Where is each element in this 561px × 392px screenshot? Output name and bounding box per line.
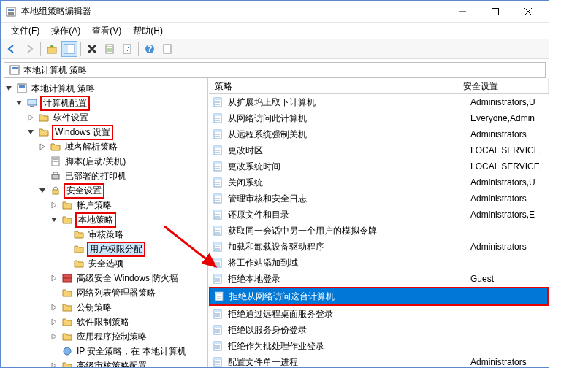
titlebar[interactable]: 本地组策略编辑器 (1, 1, 549, 23)
list-row[interactable]: 拒绝作为批处理作业登录 (209, 338, 549, 354)
list-row[interactable]: 拒绝通过远程桌面服务登录 (209, 306, 549, 322)
policy-item-icon (212, 273, 224, 285)
list-row[interactable]: 从扩展坞上取下计算机Administrators,U (209, 94, 549, 110)
tree-label: 用户权限分配 (87, 242, 145, 257)
toolbar-separator (40, 42, 41, 56)
tree-account-policy[interactable]: 帐户策略 (2, 198, 206, 212)
up-button[interactable] (44, 41, 60, 57)
list-row[interactable]: 还原文件和目录Administrators,E (209, 207, 549, 223)
list-row[interactable]: 获取同一会话中另一个用户的模拟令牌 (209, 223, 549, 239)
col-policy[interactable]: 策略 (209, 78, 457, 93)
svg-rect-89 (214, 310, 221, 312)
policy-name: 管理审核和安全日志 (228, 193, 470, 205)
tree-pane[interactable]: 本地计算机 策略 计算机配置 软件设置 Windows 设置 (1, 78, 208, 367)
app-icon (5, 6, 17, 18)
expand-icon[interactable] (4, 85, 14, 92)
policy-security: Administrators,E (470, 210, 549, 220)
help-button[interactable]: ? (142, 41, 158, 57)
show-tree-button[interactable] (61, 41, 77, 57)
tree-scripts[interactable]: 脚本(启动/关机) (2, 154, 206, 169)
folder-icon (61, 316, 73, 328)
svg-rect-28 (53, 172, 58, 174)
tree-printers[interactable]: 已部署的打印机 (2, 169, 206, 183)
tree-software-settings[interactable]: 软件设置 (2, 110, 206, 125)
expand-icon[interactable] (49, 216, 59, 223)
list-row[interactable]: 拒绝本地登录Guest (209, 271, 549, 287)
forward-button[interactable] (21, 41, 37, 57)
tree-firewall[interactable]: 高级安全 Windows 防火墙 (2, 271, 206, 285)
menu-help[interactable]: 帮助(H) (127, 23, 169, 39)
close-button[interactable] (511, 1, 544, 22)
tree-local-policy[interactable]: 本地策略 (2, 212, 206, 227)
expand-icon[interactable] (26, 114, 36, 121)
gpedit-window: 本地组策略编辑器 文件(F) 操作(A) 查看(V) 帮助(H) ? 本地计算机… (0, 0, 549, 368)
tree-computer-config[interactable]: 计算机配置 (2, 96, 206, 110)
list-header: 策略 安全设置 (209, 78, 549, 94)
tree-adv-audit[interactable]: 高级审核策略配置 (2, 358, 206, 367)
expand-icon[interactable] (49, 274, 59, 282)
svg-rect-93 (214, 326, 221, 328)
list-row[interactable]: 拒绝以服务身份登录 (209, 322, 549, 338)
svg-rect-22 (28, 99, 37, 105)
folder-icon (38, 112, 50, 123)
tree-ipsec[interactable]: IP 安全策略，在 本地计算机 (2, 344, 206, 358)
policy-name: 还原文件和目录 (228, 209, 470, 221)
expand-icon[interactable] (37, 187, 47, 194)
svg-rect-65 (214, 210, 221, 212)
menu-view[interactable]: 查看(V) (86, 23, 127, 39)
tree-label: 网络列表管理器策略 (75, 286, 157, 300)
tree-pubkey[interactable]: 公钥策略 (2, 300, 206, 315)
policy-item-icon (212, 193, 224, 204)
svg-rect-49 (214, 146, 221, 148)
expand-icon[interactable] (49, 304, 59, 311)
minimize-button[interactable] (446, 1, 478, 22)
properties-button[interactable] (102, 41, 118, 57)
maximize-button[interactable] (478, 1, 511, 22)
list-row[interactable]: 更改系统时间LOCAL SERVICE, (209, 158, 549, 174)
list-row[interactable]: 关闭系统Administrators,U (209, 174, 549, 191)
expand-icon[interactable] (37, 143, 47, 150)
list-row[interactable]: 从远程系统强制关机Administrators (209, 126, 549, 142)
expand-icon[interactable] (49, 318, 59, 326)
window-controls (446, 1, 544, 22)
tree-dns-policy[interactable]: 域名解析策略 (2, 139, 206, 154)
export-button[interactable] (119, 41, 135, 57)
menu-action[interactable]: 操作(A) (45, 23, 86, 39)
tree-network-list[interactable]: 网络列表管理器策略 (2, 285, 206, 300)
list-row[interactable]: 配置文件单一进程Administrators (209, 354, 549, 367)
list-row[interactable]: 将工作站添加到域 (209, 255, 549, 271)
tree-appcontrol[interactable]: 应用程序控制策略 (2, 329, 206, 344)
tree-label: 本地策略 (75, 212, 116, 228)
list-body[interactable]: 从扩展坞上取下计算机Administrators,U从网络访问此计算机Every… (209, 94, 549, 367)
list-row[interactable]: 管理审核和安全日志Administrators (209, 191, 549, 207)
delete-button[interactable] (84, 41, 100, 57)
policy-name: 关闭系统 (228, 177, 470, 189)
expand-icon[interactable] (49, 201, 59, 209)
svg-rect-85 (215, 292, 223, 294)
expand-icon[interactable] (14, 99, 24, 107)
policy-security: Everyone,Admin (470, 113, 549, 123)
tree-audit-policy[interactable]: 审核策略 (2, 227, 206, 242)
tree-software-restrict[interactable]: 软件限制策略 (2, 315, 206, 329)
list-row[interactable]: 更改时区LOCAL SERVICE, (209, 142, 549, 158)
col-security[interactable]: 安全设置 (457, 78, 549, 93)
policy-item-icon (212, 257, 224, 269)
tree-root[interactable]: 本地计算机 策略 (2, 81, 206, 96)
tree-security-options[interactable]: 安全选项 (2, 256, 206, 271)
list-row[interactable]: 拒绝从网络访问这台计算机 (210, 288, 547, 304)
svg-rect-17 (164, 45, 171, 53)
expand-icon[interactable] (26, 128, 36, 136)
toolbar-separator (138, 42, 139, 56)
policy-security: Administrators (470, 242, 549, 252)
tree-security-settings[interactable]: 安全设置 (2, 183, 206, 198)
policy-folder-icon (73, 243, 85, 255)
menu-file[interactable]: 文件(F) (5, 23, 45, 39)
list-row[interactable]: 从网络访问此计算机Everyone,Admin (209, 110, 549, 126)
tree-windows-settings[interactable]: Windows 设置 (2, 125, 206, 139)
tree-user-rights[interactable]: 用户权限分配 (2, 242, 206, 256)
refresh-button[interactable] (159, 41, 175, 57)
list-row[interactable]: 加载和卸载设备驱动程序Administrators (209, 239, 549, 255)
expand-icon[interactable] (49, 333, 59, 340)
expand-icon[interactable] (49, 362, 59, 367)
back-button[interactable] (4, 41, 20, 57)
